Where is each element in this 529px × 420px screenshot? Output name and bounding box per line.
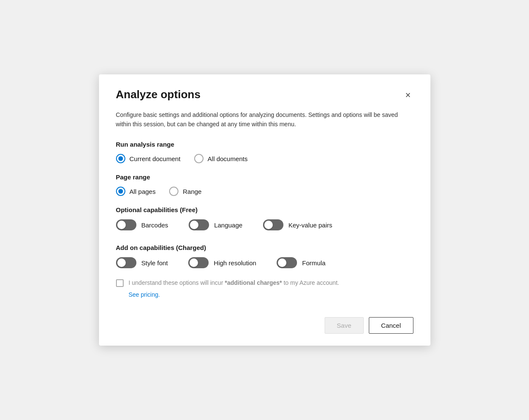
disclaimer-checkbox[interactable]: [116, 279, 124, 287]
run-analysis-range-title: Run analysis range: [116, 141, 413, 148]
run-analysis-range-group: Current document All documents: [116, 154, 413, 163]
toggle-language[interactable]: [189, 219, 209, 230]
disclaimer-text: I understand these options will incur *a…: [129, 278, 339, 287]
radio-range-input[interactable]: [169, 187, 178, 196]
addon-capabilities-title: Add on capabilities (Charged): [116, 244, 413, 251]
optional-capabilities-section: Optional capabilities (Free) Barcodes: [116, 206, 413, 234]
see-pricing-link[interactable]: See pricing.: [129, 291, 160, 298]
addon-capabilities-section: Add on capabilities (Charged) Style font: [116, 244, 413, 298]
toggle-key-value-pairs[interactable]: [263, 219, 283, 230]
toggle-formula-label: Formula: [302, 259, 325, 267]
disclaimer-bold: *additional charges*: [225, 279, 282, 286]
optional-capabilities-group: Barcodes Language Key-value: [116, 219, 413, 234]
close-button[interactable]: ×: [403, 89, 413, 102]
toggle-language-item: Language: [189, 219, 243, 230]
radio-all-pages-label: All pages: [130, 188, 156, 195]
toggle-style-font-item: Style font: [116, 257, 168, 268]
toggle-formula-item: Formula: [277, 257, 325, 268]
dialog-description: Configure basic settings and additional …: [116, 110, 413, 129]
toggle-high-resolution[interactable]: [188, 257, 209, 268]
radio-range-label: Range: [183, 188, 201, 195]
radio-all-documents[interactable]: All documents: [194, 154, 248, 163]
toggle-barcodes[interactable]: [116, 219, 136, 230]
toggle-high-resolution-label: High resolution: [214, 259, 256, 267]
addon-capabilities-group: Style font High resolution F: [116, 257, 413, 272]
page-range-title: Page range: [116, 173, 413, 181]
toggle-high-resolution-item: High resolution: [188, 257, 256, 268]
radio-range[interactable]: Range: [169, 187, 201, 196]
page-range-section: Page range All pages Range: [116, 173, 413, 196]
radio-all-documents-input[interactable]: [194, 154, 204, 163]
run-analysis-range-section: Run analysis range Current document All …: [116, 141, 413, 163]
dialog-footer: Save Cancel: [116, 309, 413, 334]
cancel-button[interactable]: Cancel: [369, 317, 413, 334]
dialog-title: Analyze options: [116, 88, 201, 101]
disclaimer-row: I understand these options will incur *a…: [116, 278, 413, 287]
toggle-barcodes-item: Barcodes: [116, 219, 168, 230]
toggle-key-value-pairs-label: Key-value pairs: [289, 221, 332, 229]
analyze-options-dialog: Analyze options × Configure basic settin…: [99, 74, 430, 346]
radio-current-document-input[interactable]: [116, 154, 125, 163]
toggle-key-value-pairs-item: Key-value pairs: [263, 219, 332, 230]
toggle-language-label: Language: [214, 221, 243, 229]
radio-all-documents-label: All documents: [208, 155, 248, 162]
toggle-style-font[interactable]: [116, 257, 136, 268]
toggle-style-font-label: Style font: [141, 259, 168, 267]
radio-current-document-label: Current document: [130, 155, 181, 162]
save-button: Save: [325, 317, 364, 334]
page-range-group: All pages Range: [116, 187, 413, 196]
radio-current-document[interactable]: Current document: [116, 154, 181, 163]
toggle-barcodes-label: Barcodes: [141, 221, 168, 229]
radio-all-pages-input[interactable]: [116, 187, 125, 196]
radio-all-pages[interactable]: All pages: [116, 187, 156, 196]
optional-capabilities-title: Optional capabilities (Free): [116, 206, 413, 213]
dialog-header: Analyze options ×: [116, 88, 413, 102]
toggle-formula[interactable]: [277, 257, 297, 268]
